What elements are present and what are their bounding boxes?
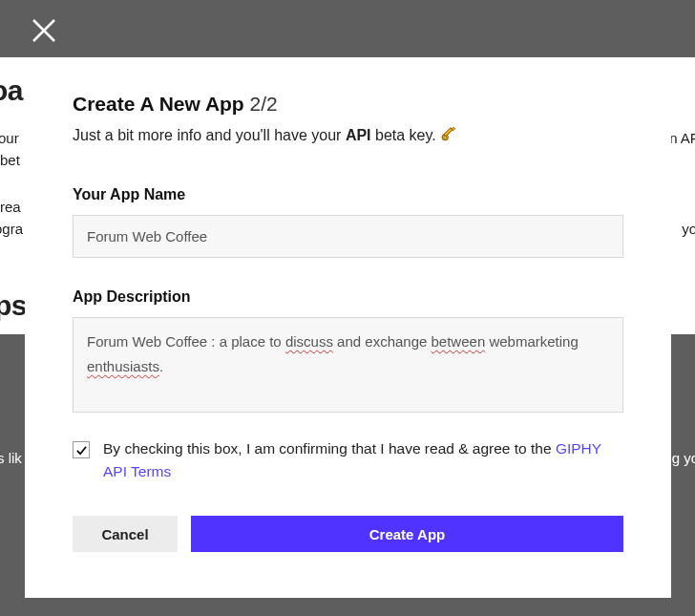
bg-text-r2: yo [682, 218, 695, 240]
bg-text-r3: g yo [672, 447, 695, 469]
consent-text: By checking this box, I am confirming th… [103, 437, 623, 483]
terms-checkbox[interactable] [73, 441, 90, 458]
modal-title: Create A New App 2/2 [73, 93, 623, 116]
app-name-input[interactable] [73, 215, 623, 258]
app-name-label: Your App Name [73, 186, 623, 203]
svg-rect-5 [452, 127, 455, 131]
button-row: Cancel Create App [73, 516, 623, 552]
bg-text-r1: n AF [669, 127, 695, 149]
modal-subtitle: Just a bit more info and you'll have you… [73, 125, 623, 146]
bg-heading-1: oa [0, 69, 23, 114]
consent-row: By checking this box, I am confirming th… [73, 437, 623, 483]
bg-text-2: bet [0, 149, 20, 171]
key-icon [440, 125, 457, 146]
bg-text-1: our [0, 127, 19, 149]
create-app-modal: Create A New App 2/2 Just a bit more inf… [25, 58, 671, 598]
app-description-label: App Description [73, 288, 623, 306]
bg-text-3: rea [0, 196, 21, 218]
bg-text-4: ogra [0, 218, 23, 240]
cancel-button[interactable]: Cancel [73, 516, 178, 552]
bg-text-5: s lik [0, 447, 22, 469]
create-app-button[interactable]: Create App [191, 516, 623, 552]
app-description-input[interactable]: Forum Web Coffee : a place to discuss an… [73, 317, 623, 413]
bg-heading-2: ps [0, 284, 27, 329]
close-icon[interactable] [31, 17, 57, 44]
